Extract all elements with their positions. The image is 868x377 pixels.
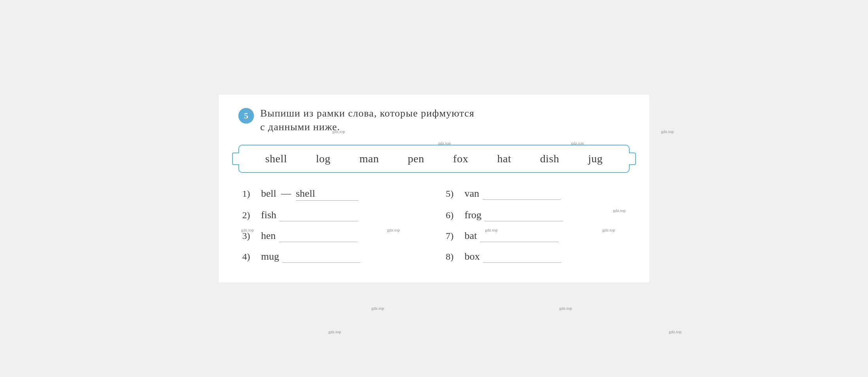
exercise-8: 8) box [446,248,626,265]
ex-number-7: 7) [446,231,461,241]
ex-word-6: frog [465,209,481,221]
task-number: 5 [238,108,254,124]
ex-word-2: fish [261,209,276,221]
ex-number-4: 4) [242,251,258,262]
exercise-6: 6) frog [446,207,626,224]
word-dish: dish [540,153,559,165]
watermark: gdz.top [332,129,345,134]
ex-blank-4 [282,251,360,263]
word-log: log [316,153,330,165]
exercise-2: 2) fish [242,207,422,224]
exercise-1: 1) bell — shell [242,185,422,203]
task-title: Выпиши из рамки слова, которые рифмуются… [260,106,474,134]
watermark: gdz.top [328,329,341,334]
ex-number-5: 5) [446,188,461,199]
watermark: gdz.top [371,306,384,311]
watermark: gdz.top [669,329,682,334]
watermark: gdz.top [661,129,674,134]
ex-blank-6 [484,209,563,221]
ex-blank-8 [483,251,561,263]
page: gdz.top gdz.top gdz.top gdz.top gdz.top … [219,95,649,282]
exercises-grid: 1) bell — shell 5) van 2) fish 6) frog [238,185,630,265]
word-fox: fox [453,153,468,165]
exercise-3: 3) hen [242,228,422,244]
ex-word-1: bell [261,188,276,199]
ex-blank-2 [279,209,358,221]
word-jug: jug [588,153,603,165]
ex-blank-5 [483,188,561,200]
word-pen: pen [408,153,424,165]
ex-number-8: 8) [446,251,461,262]
exercise-7: 7) bat [446,228,626,244]
ex-word-8: box [465,251,480,262]
exercise-4: 4) mug [242,248,422,265]
word-shell: shell [265,153,287,165]
ex-blank-3 [279,230,357,242]
ex-dash-1: — [281,188,291,199]
ex-answer-1: shell [296,188,358,201]
ex-word-5: van [465,188,479,199]
word-man: man [359,153,379,165]
exercise-5: 5) van [446,185,626,203]
ex-blank-7 [480,230,558,242]
watermark: gdz.top [559,306,572,311]
ex-number-1: 1) [242,188,258,199]
word-hat: hat [497,153,511,165]
ex-number-2: 2) [242,210,258,221]
ex-word-7: bat [465,230,477,242]
ex-word-4: mug [261,251,279,262]
ex-number-6: 6) [446,210,461,221]
words-box: shell log man pen fox hat dish jug [238,145,630,173]
ex-word-3: hen [261,230,276,242]
ex-number-3: 3) [242,231,258,241]
header-row: 5 Выпиши из рамки слова, которые рифмуют… [238,106,630,134]
